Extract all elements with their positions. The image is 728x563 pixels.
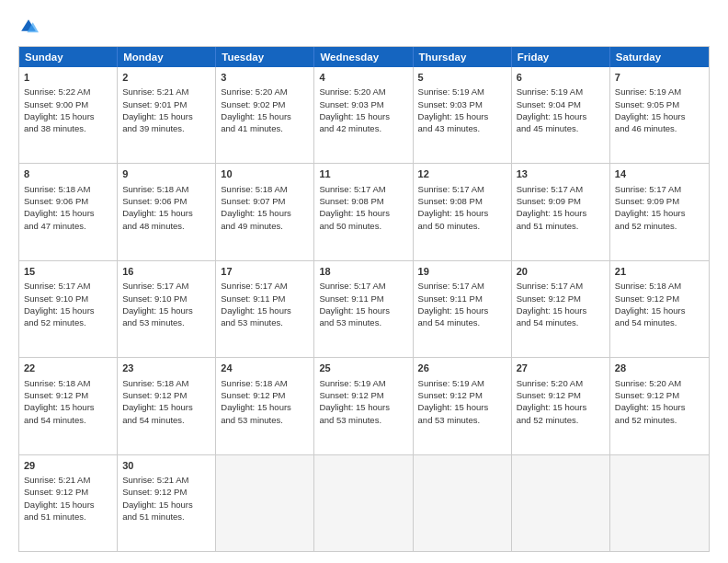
day-info: Sunset: 9:11 PM: [221, 293, 309, 304]
day-info: Sunrise: 5:17 AM: [517, 280, 605, 292]
day-info: Sunset: 9:10 PM: [122, 293, 210, 304]
day-info: Sunset: 9:03 PM: [418, 98, 506, 110]
calendar-row: 29Sunrise: 5:21 AMSunset: 9:12 PMDayligh…: [19, 454, 709, 551]
day-info: and 53 minutes.: [319, 316, 407, 328]
calendar-cell: 24Sunrise: 5:18 AMSunset: 9:12 PMDayligh…: [216, 358, 314, 454]
day-info: Sunset: 9:12 PM: [517, 389, 605, 401]
day-info: Sunset: 9:12 PM: [24, 486, 112, 498]
header-day: Tuesday: [216, 47, 314, 67]
day-info: Sunrise: 5:17 AM: [24, 280, 112, 292]
day-info: Sunrise: 5:22 AM: [24, 86, 112, 98]
day-info: and 51 minutes.: [517, 220, 605, 232]
day-info: Sunset: 9:02 PM: [221, 98, 309, 110]
calendar-cell: [216, 455, 314, 551]
day-info: Sunrise: 5:18 AM: [24, 183, 112, 195]
day-info: Daylight: 15 hours: [319, 207, 407, 219]
day-info: and 42 minutes.: [319, 122, 407, 134]
day-info: Daylight: 15 hours: [418, 110, 506, 122]
day-number: 24: [221, 362, 309, 375]
day-info: Sunrise: 5:19 AM: [517, 86, 605, 98]
day-info: Daylight: 15 hours: [418, 304, 506, 316]
day-info: and 38 minutes.: [24, 122, 112, 134]
day-info: Sunrise: 5:17 AM: [319, 280, 407, 292]
calendar-cell: 5Sunrise: 5:19 AMSunset: 9:03 PMDaylight…: [414, 67, 512, 163]
day-info: Sunrise: 5:20 AM: [319, 86, 407, 98]
header-day: Wednesday: [314, 47, 413, 67]
calendar-cell: 16Sunrise: 5:17 AMSunset: 9:10 PMDayligh…: [118, 261, 216, 357]
header: [18, 17, 710, 37]
calendar-cell: 6Sunrise: 5:19 AMSunset: 9:04 PMDaylight…: [512, 67, 610, 163]
calendar-cell: 22Sunrise: 5:18 AMSunset: 9:12 PMDayligh…: [19, 358, 118, 454]
day-info: Sunset: 9:08 PM: [418, 195, 506, 207]
day-number: 10: [221, 167, 309, 181]
day-info: Daylight: 15 hours: [319, 110, 407, 122]
calendar-cell: 10Sunrise: 5:18 AMSunset: 9:07 PMDayligh…: [216, 164, 314, 259]
calendar: SundayMondayTuesdayWednesdayThursdayFrid…: [18, 46, 710, 552]
day-info: Daylight: 15 hours: [221, 304, 309, 316]
calendar-cell: 4Sunrise: 5:20 AMSunset: 9:03 PMDaylight…: [314, 67, 413, 163]
calendar-cell: 18Sunrise: 5:17 AMSunset: 9:11 PMDayligh…: [314, 261, 413, 357]
day-info: Sunset: 9:06 PM: [24, 195, 112, 207]
day-info: and 53 minutes.: [418, 414, 506, 426]
day-info: Sunrise: 5:21 AM: [24, 474, 112, 486]
calendar-row: 1Sunrise: 5:22 AMSunset: 9:00 PMDaylight…: [19, 67, 709, 163]
calendar-cell: 14Sunrise: 5:17 AMSunset: 9:09 PMDayligh…: [610, 164, 709, 259]
calendar-cell: 12Sunrise: 5:17 AMSunset: 9:08 PMDayligh…: [414, 164, 512, 259]
day-number: 17: [221, 265, 309, 279]
day-info: and 51 minutes.: [122, 511, 210, 523]
day-info: Sunrise: 5:17 AM: [418, 183, 506, 195]
day-info: Sunrise: 5:18 AM: [221, 377, 309, 389]
day-info: and 54 minutes.: [122, 414, 210, 426]
calendar-cell: 17Sunrise: 5:17 AMSunset: 9:11 PMDayligh…: [216, 261, 314, 357]
day-number: 12: [418, 167, 506, 181]
day-info: Daylight: 15 hours: [24, 207, 112, 219]
calendar-cell: 28Sunrise: 5:20 AMSunset: 9:12 PMDayligh…: [610, 358, 709, 454]
day-info: Sunrise: 5:18 AM: [122, 183, 210, 195]
day-number: 4: [319, 71, 407, 85]
day-info: Daylight: 15 hours: [418, 401, 506, 413]
day-info: and 53 minutes.: [319, 414, 407, 426]
calendar-cell: 1Sunrise: 5:22 AMSunset: 9:00 PMDaylight…: [19, 67, 118, 163]
day-info: Daylight: 15 hours: [24, 401, 112, 413]
day-info: Daylight: 15 hours: [122, 207, 210, 219]
day-info: Sunrise: 5:21 AM: [122, 474, 210, 486]
day-info: Sunrise: 5:20 AM: [221, 86, 309, 98]
day-info: Sunrise: 5:18 AM: [122, 377, 210, 389]
calendar-cell: 15Sunrise: 5:17 AMSunset: 9:10 PMDayligh…: [19, 261, 118, 357]
day-info: Sunset: 9:01 PM: [122, 98, 210, 110]
day-info: Daylight: 15 hours: [221, 401, 309, 413]
day-number: 18: [319, 265, 407, 279]
day-info: and 46 minutes.: [615, 122, 704, 134]
day-info: Sunset: 9:12 PM: [24, 389, 112, 401]
day-number: 7: [615, 71, 704, 85]
day-number: 11: [319, 167, 407, 181]
day-info: and 54 minutes.: [615, 316, 704, 328]
day-info: Sunrise: 5:18 AM: [615, 280, 704, 292]
day-info: Sunset: 9:12 PM: [122, 486, 210, 498]
calendar-header: SundayMondayTuesdayWednesdayThursdayFrid…: [19, 47, 709, 67]
day-info: Daylight: 15 hours: [615, 207, 704, 219]
calendar-cell: 19Sunrise: 5:17 AMSunset: 9:11 PMDayligh…: [414, 261, 512, 357]
day-number: 3: [221, 71, 309, 85]
day-number: 23: [122, 362, 210, 375]
calendar-row: 8Sunrise: 5:18 AMSunset: 9:06 PMDaylight…: [19, 163, 709, 259]
calendar-cell: 3Sunrise: 5:20 AMSunset: 9:02 PMDaylight…: [216, 67, 314, 163]
calendar-cell: [610, 455, 709, 551]
day-info: Daylight: 15 hours: [24, 499, 112, 511]
day-info: and 53 minutes.: [221, 316, 309, 328]
day-info: and 50 minutes.: [418, 220, 506, 232]
day-info: and 54 minutes.: [517, 316, 605, 328]
day-info: and 52 minutes.: [615, 414, 704, 426]
day-info: Daylight: 15 hours: [418, 207, 506, 219]
day-info: Sunrise: 5:17 AM: [418, 280, 506, 292]
calendar-cell: 29Sunrise: 5:21 AMSunset: 9:12 PMDayligh…: [19, 455, 118, 551]
day-number: 22: [24, 362, 112, 375]
day-info: Sunrise: 5:21 AM: [122, 86, 210, 98]
day-info: and 39 minutes.: [122, 122, 210, 134]
day-number: 21: [615, 265, 704, 279]
day-info: Sunset: 9:04 PM: [517, 98, 605, 110]
calendar-cell: 23Sunrise: 5:18 AMSunset: 9:12 PMDayligh…: [118, 358, 216, 454]
day-info: Daylight: 15 hours: [517, 110, 605, 122]
day-info: Daylight: 15 hours: [24, 304, 112, 316]
logo: [18, 17, 42, 37]
